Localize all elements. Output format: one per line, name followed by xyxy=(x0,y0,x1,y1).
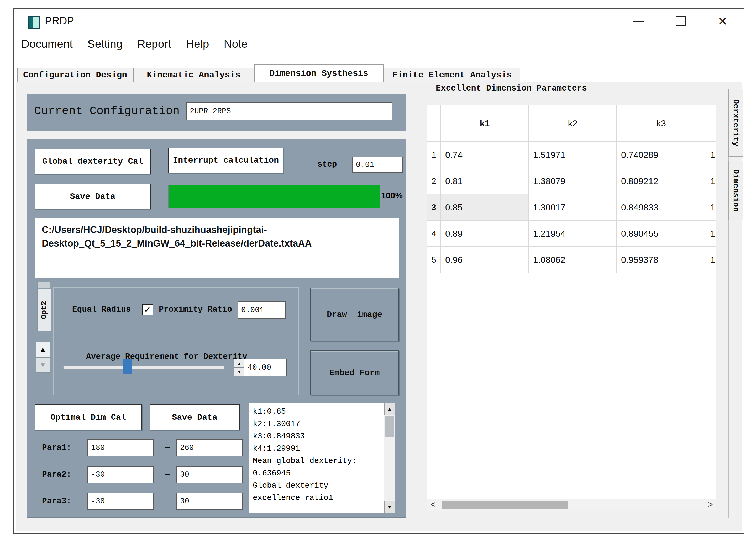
window-title: PRDP xyxy=(45,15,74,27)
tab-dimension-systhesis[interactable]: Dimension Systhesis xyxy=(254,64,384,82)
minimize-icon xyxy=(633,21,644,22)
dimension-parameters-table: k1 k2 k3 1 0.74 1.51971 0.740289 1. 2 0.… xyxy=(427,105,716,511)
table-cell-selected[interactable]: 0.85 xyxy=(441,194,529,221)
table-cell[interactable]: 1.21954 xyxy=(529,221,617,247)
dexterity-value-input[interactable]: 40.00 xyxy=(244,359,287,376)
row-number[interactable]: 5 xyxy=(427,247,441,273)
minimize-button[interactable] xyxy=(631,13,646,29)
tab-configuration-design[interactable]: Configuration Design xyxy=(17,68,133,82)
equal-radius-checkbox[interactable]: ✓ xyxy=(142,304,153,315)
header-k1[interactable]: k1 xyxy=(441,105,529,142)
spin-up-button[interactable]: ▲ xyxy=(234,359,245,367)
table-cell[interactable]: 1.51971 xyxy=(529,142,617,168)
opt-scroll-up-button[interactable]: ▲ xyxy=(36,342,50,357)
para1-to-input[interactable]: 260 xyxy=(176,439,243,456)
para3-to-value: 30 xyxy=(180,497,189,506)
table-cell[interactable]: 0.89 xyxy=(441,221,529,247)
down-arrow-icon: ▼ xyxy=(39,361,46,369)
table-row-selected[interactable]: 3 0.85 1.30017 0.849833 1. xyxy=(427,194,716,221)
table-row[interactable]: 4 0.89 1.21954 0.890455 1. xyxy=(427,221,716,247)
scroll-left-icon: < xyxy=(430,500,436,510)
opt-scroll-down-button[interactable]: ▼ xyxy=(36,357,50,373)
table-cell[interactable]: 1.30017 xyxy=(529,194,617,221)
current-configuration-input[interactable]: 2UPR-2RPS xyxy=(186,102,392,120)
embed-form-button[interactable]: Embed Form xyxy=(310,351,399,395)
table-cell[interactable]: 0.81 xyxy=(441,168,529,194)
dexterity-slider-track[interactable] xyxy=(63,366,224,369)
optimal-dim-cal-button[interactable]: Optimal Dim Cal xyxy=(35,404,142,431)
para2-from-input[interactable]: -30 xyxy=(87,466,154,483)
close-button[interactable]: ✕ xyxy=(715,13,731,29)
draw-image-button[interactable]: Draw image xyxy=(310,288,399,341)
tab-finite-element-analysis[interactable]: Finite Element Analysis xyxy=(384,68,520,82)
main-tab-bar: Configuration Design Kinematic Analysis … xyxy=(17,63,520,82)
scroll-left-button[interactable]: < xyxy=(427,500,439,511)
menu-help[interactable]: Help xyxy=(186,37,209,50)
side-tab-dexterity[interactable]: Derxterity xyxy=(729,89,743,157)
interrupt-calculation-button[interactable]: Interrupt calculation xyxy=(168,148,284,173)
scroll-right-button[interactable]: > xyxy=(704,500,716,511)
global-dexterity-cal-button[interactable]: Global dexterity Cal xyxy=(35,149,151,174)
close-icon: ✕ xyxy=(718,15,728,27)
para3-from-input[interactable]: -30 xyxy=(87,493,154,510)
table-cell[interactable]: 0.849833 xyxy=(617,194,706,221)
up-arrow-icon: ▲ xyxy=(39,345,46,353)
table-cell[interactable]: 1. xyxy=(706,247,716,273)
row-number[interactable]: 3 xyxy=(427,194,441,221)
row-number[interactable]: 2 xyxy=(427,168,441,194)
opt2-tab[interactable]: Opt2 xyxy=(37,289,51,331)
side-tab-dimension[interactable]: Dimension xyxy=(729,161,743,220)
para3-dash: — xyxy=(165,496,170,505)
table-cell[interactable]: 0.74 xyxy=(441,142,529,168)
proximity-ratio-input[interactable]: 0.001 xyxy=(238,301,286,319)
header-k2[interactable]: k2 xyxy=(529,105,617,142)
file-path-box[interactable]: C:/Users/HCJ/Desktop/build-shuzihuasheji… xyxy=(35,218,399,278)
table-cell[interactable]: 1.38079 xyxy=(529,168,617,194)
spin-down-icon: ▼ xyxy=(237,370,241,374)
scroll-up-button[interactable]: ▲ xyxy=(384,403,395,415)
save-data-button-bottom[interactable]: Save Data xyxy=(150,404,240,431)
step-input[interactable]: 0.01 xyxy=(352,157,403,173)
table-row[interactable]: 2 0.81 1.38079 0.809212 1. xyxy=(427,168,716,194)
table-cell[interactable]: 1.08062 xyxy=(529,247,617,273)
para3-to-input[interactable]: 30 xyxy=(176,493,243,510)
table-row[interactable]: 5 0.96 1.08062 0.959378 1. xyxy=(427,247,716,273)
menu-document[interactable]: Document xyxy=(21,37,73,50)
table-cell[interactable]: 1. xyxy=(706,194,716,221)
row-number[interactable]: 1 xyxy=(427,142,441,168)
file-path-text: C:/Users/HCJ/Desktop/build-shuzihuasheji… xyxy=(42,224,312,249)
menu-note[interactable]: Note xyxy=(224,37,247,50)
table-cell[interactable]: 0.809212 xyxy=(617,168,706,194)
corner-header-cell xyxy=(427,105,441,142)
row-number[interactable]: 4 xyxy=(427,221,441,247)
hscrollbar-thumb[interactable] xyxy=(442,501,568,510)
header-k4-clipped xyxy=(706,105,716,142)
dexterity-slider-handle[interactable] xyxy=(123,359,131,374)
tab-kinematic-analysis[interactable]: Kinematic Analysis xyxy=(133,68,254,82)
table-horizontal-scrollbar[interactable]: < > xyxy=(427,499,716,511)
table-cell[interactable]: 0.96 xyxy=(441,247,529,273)
save-data-button-top[interactable]: Save Data xyxy=(35,184,151,209)
results-scrollbar[interactable]: ▲ ▼ xyxy=(384,403,395,513)
para3-from-value: -30 xyxy=(91,497,105,506)
menu-setting[interactable]: Setting xyxy=(87,37,123,50)
scroll-down-button[interactable]: ▼ xyxy=(384,501,395,513)
table-cell[interactable]: 0.890455 xyxy=(617,221,706,247)
para1-from-input[interactable]: 180 xyxy=(87,439,154,456)
table-cell[interactable]: 1. xyxy=(706,221,716,247)
maximize-button[interactable] xyxy=(673,13,689,29)
table-cell[interactable]: 0.959378 xyxy=(617,247,706,273)
opt-tab-stub[interactable] xyxy=(37,282,50,288)
para1-to-value: 260 xyxy=(180,444,194,452)
table-row[interactable]: 1 0.74 1.51971 0.740289 1. xyxy=(427,142,716,168)
spin-down-button[interactable]: ▼ xyxy=(234,367,245,376)
header-k3[interactable]: k3 xyxy=(617,105,706,142)
table-cell[interactable]: 1. xyxy=(706,142,716,168)
para2-to-input[interactable]: 30 xyxy=(176,466,243,483)
menu-report[interactable]: Report xyxy=(137,37,171,50)
table-cell[interactable]: 0.740289 xyxy=(617,142,706,168)
scrollbar-thumb[interactable] xyxy=(385,416,394,436)
table-cell[interactable]: 1. xyxy=(706,168,716,194)
para1-from-value: 180 xyxy=(91,444,105,452)
para2-dash: — xyxy=(165,469,170,478)
